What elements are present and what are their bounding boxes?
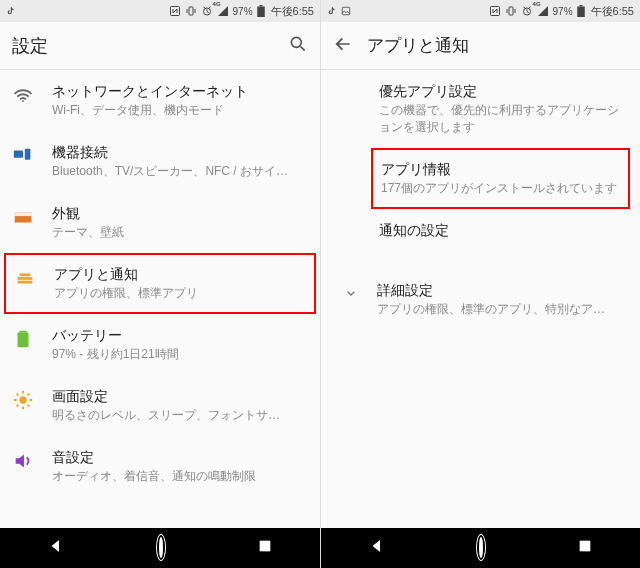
svg-rect-7 <box>25 149 31 160</box>
item-title: 詳細設定 <box>377 281 622 299</box>
nav-home[interactable] <box>479 539 483 557</box>
item-title: 機器接続 <box>52 143 306 161</box>
settings-item-appearance[interactable]: 外観 テーマ、壁紙 <box>0 192 320 253</box>
settings-item-devices[interactable]: 機器接続 Bluetooth、TV/スピーカー、NFC / おサイ… <box>0 131 320 192</box>
settings-item-battery[interactable]: バッテリー 97% - 残り約1日21時間 <box>0 314 320 375</box>
status-bar: 4G 97% 午後6:55 <box>321 0 640 22</box>
svg-rect-9 <box>15 212 32 216</box>
settings-list: ネットワークとインターネット Wi-Fi、データ使用、機内モード 機器接続 Bl… <box>0 70 320 528</box>
nfc-icon <box>489 5 501 17</box>
back-icon[interactable] <box>333 34 353 58</box>
nav-back[interactable] <box>368 537 386 559</box>
clock: 午後6:55 <box>591 4 634 19</box>
svg-point-5 <box>291 37 301 47</box>
search-icon[interactable] <box>288 34 308 58</box>
tiktok-icon <box>6 6 16 16</box>
image-icon <box>341 6 351 16</box>
item-subtitle: アプリの権限、標準のアプリ、特別なア… <box>377 301 622 318</box>
battery-percent: 97% <box>233 6 253 17</box>
item-subtitle: この機器で、優先的に利用するアプリケーションを選択します <box>379 102 622 136</box>
status-bar: 4G 97% 午後6:55 <box>0 0 320 22</box>
battery-icon <box>12 328 34 350</box>
nav-recent[interactable] <box>257 538 273 558</box>
item-title: 音設定 <box>52 448 306 466</box>
settings-item-network[interactable]: ネットワークとインターネット Wi-Fi、データ使用、機内モード <box>0 70 320 131</box>
svg-rect-22 <box>577 7 585 18</box>
item-subtitle: オーディオ、着信音、通知の鳴動制限 <box>52 468 306 485</box>
svg-rect-6 <box>14 150 23 157</box>
page-title: 設定 <box>12 34 274 58</box>
svg-point-15 <box>19 396 26 403</box>
net-badge: 4G <box>533 1 541 7</box>
phone-left: 4G 97% 午後6:55 設定 ネットワークとインターネット Wi-Fi、デー… <box>0 0 320 568</box>
item-title: 通知の設定 <box>379 221 622 239</box>
svg-rect-17 <box>342 7 350 15</box>
svg-rect-11 <box>18 281 33 284</box>
item-subtitle: Wi-Fi、データ使用、機内モード <box>52 102 306 119</box>
item-title: 優先アプリ設定 <box>379 82 622 100</box>
wifi-icon <box>12 84 34 106</box>
settings-item-sound[interactable]: 音設定 オーディオ、着信音、通知の鳴動制限 <box>0 436 320 497</box>
item-subtitle: アプリの権限、標準アプリ <box>54 285 304 302</box>
nav-home[interactable] <box>159 539 163 557</box>
apps-item-advanced[interactable]: 詳細設定 アプリの権限、標準のアプリ、特別なア… <box>321 269 640 330</box>
signal-icon: 4G <box>217 5 229 17</box>
item-subtitle: 明るさのレベル、スリープ、フォントサ… <box>52 407 306 424</box>
svg-rect-4 <box>257 7 265 18</box>
toolbar-apps: アプリと通知 <box>321 22 640 70</box>
apps-list: 優先アプリ設定 この機器で、優先的に利用するアプリケーションを選択します アプリ… <box>321 70 640 528</box>
svg-rect-10 <box>18 277 33 280</box>
apps-item-priority[interactable]: 優先アプリ設定 この機器で、優先的に利用するアプリケーションを選択します <box>321 70 640 148</box>
nav-back[interactable] <box>47 537 65 559</box>
brightness-icon <box>12 389 34 411</box>
page-title: アプリと通知 <box>367 34 628 57</box>
item-title: 画面設定 <box>52 387 306 405</box>
appearance-icon <box>12 206 34 228</box>
nav-bar <box>321 528 640 568</box>
item-subtitle: Bluetooth、TV/スピーカー、NFC / おサイ… <box>52 163 306 180</box>
settings-item-apps[interactable]: アプリと通知 アプリの権限、標準アプリ <box>4 253 316 314</box>
toolbar-settings: 設定 <box>0 22 320 70</box>
chevron-down-icon <box>343 285 359 305</box>
phone-right: 4G 97% 午後6:55 アプリと通知 優先アプリ設定 この機器で、優先的に利… <box>320 0 640 568</box>
nav-bar <box>0 528 320 568</box>
battery-percent: 97% <box>553 6 573 17</box>
battery-icon <box>257 5 265 17</box>
apps-item-notifications[interactable]: 通知の設定 <box>321 209 640 269</box>
svg-rect-1 <box>189 7 193 15</box>
net-badge: 4G <box>213 1 221 7</box>
battery-icon <box>577 5 585 17</box>
item-subtitle: 97% - 残り約1日21時間 <box>52 346 306 363</box>
svg-rect-21 <box>579 5 582 7</box>
item-subtitle: 177個のアプリがインストールされています <box>381 180 618 197</box>
svg-rect-19 <box>509 7 513 15</box>
vibrate-icon <box>505 5 517 17</box>
clock: 午後6:55 <box>271 4 314 19</box>
alarm-icon <box>521 5 533 17</box>
item-title: アプリと通知 <box>54 265 304 283</box>
apps-item-appinfo[interactable]: アプリ情報 177個のアプリがインストールされています <box>371 148 630 209</box>
sound-icon <box>12 450 34 472</box>
svg-rect-3 <box>259 5 262 7</box>
apps-icon <box>14 267 36 289</box>
item-title: バッテリー <box>52 326 306 344</box>
alarm-icon <box>201 5 213 17</box>
tiktok-icon <box>327 6 337 16</box>
item-title: アプリ情報 <box>381 160 618 178</box>
devices-icon <box>12 145 34 167</box>
signal-icon: 4G <box>537 5 549 17</box>
settings-item-display[interactable]: 画面設定 明るさのレベル、スリープ、フォントサ… <box>0 375 320 436</box>
svg-rect-16 <box>260 541 271 552</box>
item-title: 外観 <box>52 204 306 222</box>
nfc-icon <box>169 5 181 17</box>
nav-recent[interactable] <box>577 538 593 558</box>
item-title: ネットワークとインターネット <box>52 82 306 100</box>
svg-rect-14 <box>18 333 29 348</box>
svg-rect-13 <box>19 331 26 333</box>
svg-rect-12 <box>20 273 31 276</box>
item-subtitle: テーマ、壁紙 <box>52 224 306 241</box>
vibrate-icon <box>185 5 197 17</box>
svg-rect-23 <box>580 541 591 552</box>
